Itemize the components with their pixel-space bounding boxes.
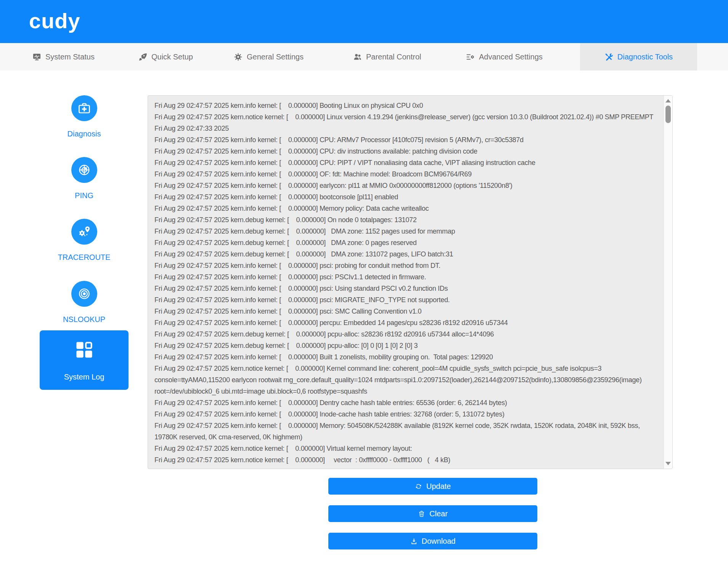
- log-line: Fri Aug 29 02:47:57 2025 kern.info kerne…: [154, 100, 660, 111]
- tab-label: System Status: [45, 53, 95, 61]
- system-status-icon: [32, 53, 41, 61]
- log-line: Fri Aug 29 02:47:57 2025 kern.info kerne…: [154, 294, 660, 306]
- refresh-icon: [415, 483, 422, 490]
- sidebar-item-label: NSLOOKUP: [63, 315, 105, 324]
- log-line: Fri Aug 29 02:47:57 2025 kern.debug kern…: [154, 328, 660, 340]
- log-line: Fri Aug 29 02:47:57 2025 kern.info kerne…: [154, 420, 660, 443]
- log-line: Fri Aug 29 02:47:57 2025 kern.debug kern…: [154, 340, 660, 351]
- log-line: Fri Aug 29 02:47:57 2025 kern.info kerne…: [154, 134, 660, 146]
- log-scrollbar[interactable]: [664, 96, 672, 469]
- main-nav: System Status Quick Setup General Settin…: [0, 43, 728, 70]
- sidebar-item-nslookup[interactable]: NSLOOKUP: [40, 281, 129, 324]
- nslookup-circle: [71, 281, 97, 307]
- log-line: Fri Aug 29 02:47:57 2025 kern.notice ker…: [154, 443, 660, 454]
- log-line: Fri Aug 29 02:47:57 2025 kern.debug kern…: [154, 214, 660, 226]
- log-content[interactable]: Fri Aug 29 02:47:57 2025 kern.info kerne…: [148, 96, 664, 469]
- first-aid-icon: [77, 101, 91, 115]
- log-line: Fri Aug 29 02:47:57 2025 kern.info kerne…: [154, 191, 660, 203]
- button-label: Update: [426, 482, 451, 491]
- log-line: Fri Aug 29 02:47:57 2025 kern.notice ker…: [154, 454, 660, 466]
- log-line: Fri Aug 29 02:47:57 2025 kern.debug kern…: [154, 237, 660, 248]
- ping-circle: [71, 157, 97, 183]
- scroll-down-arrow-icon[interactable]: [665, 462, 671, 465]
- log-line: Fri Aug 29 02:47:57 2025 kern.info kerne…: [154, 260, 660, 271]
- log-line: Fri Aug 29 02:47:57 2025 kern.notice ker…: [154, 363, 660, 397]
- tab-advanced-settings[interactable]: Advanced Settings: [466, 43, 543, 70]
- diagnosis-circle: [71, 95, 97, 121]
- rocket-icon: [138, 53, 147, 61]
- log-line: Fri Aug 29 02:47:57 2025 kern.debug kern…: [154, 226, 660, 237]
- sidebar-item-label: TRACEROUTE: [58, 253, 111, 262]
- cudy-logo: cudy: [29, 8, 80, 33]
- traceroute-circle: [71, 219, 97, 245]
- log-line: Fri Aug 29 02:47:57 2025 kern.info kerne…: [154, 180, 660, 191]
- log-line: Fri Aug 29 02:47:57 2025 kern.info kerne…: [154, 306, 660, 317]
- log-line: Fri Aug 29 02:47:57 2025 kern.info kerne…: [154, 408, 660, 420]
- log-line: Fri Aug 29 02:47:57 2025 kern.info kerne…: [154, 203, 660, 214]
- tab-diagnostic-tools[interactable]: Diagnostic Tools: [580, 43, 697, 70]
- gear-icon: [234, 53, 243, 61]
- log-line: Fri Aug 29 02:47:57 2025 kern.info kerne…: [154, 271, 660, 283]
- log-line: Fri Aug 29 02:47:57 2025 kern.info kerne…: [154, 317, 660, 328]
- update-button[interactable]: Update: [328, 478, 537, 495]
- radar-icon: [77, 163, 91, 177]
- tab-label: Diagnostic Tools: [617, 53, 673, 61]
- log-line: Fri Aug 29 02:47:57 2025 kern.info kerne…: [154, 157, 660, 168]
- scroll-up-arrow-icon[interactable]: [665, 99, 671, 103]
- grid-icon: [74, 339, 95, 360]
- log-line: Fri Aug 29 02:47:57 2025 kern.debug kern…: [154, 248, 660, 260]
- download-button[interactable]: Download: [328, 533, 537, 549]
- download-icon: [410, 538, 418, 545]
- tab-label: Quick Setup: [151, 53, 193, 61]
- log-line: Fri Aug 29 02:47:57 2025 kern.info kerne…: [154, 146, 660, 157]
- wrench-screwdriver-icon: [604, 53, 613, 61]
- tab-parental-control[interactable]: Parental Control: [353, 43, 421, 70]
- concentric-eye-icon: [77, 287, 91, 301]
- tab-label: Advanced Settings: [479, 53, 543, 61]
- tab-label: Parental Control: [366, 53, 421, 61]
- tab-label: General Settings: [247, 53, 304, 61]
- log-line: Fri Aug 29 02:47:57 2025 kern.info kerne…: [154, 351, 660, 363]
- button-label: Clear: [429, 509, 448, 518]
- app-header: cudy: [0, 0, 728, 43]
- button-label: Download: [422, 537, 456, 546]
- tab-quick-setup[interactable]: Quick Setup: [138, 43, 193, 70]
- sidebar-item-ping[interactable]: PING: [40, 157, 129, 200]
- tab-system-status[interactable]: System Status: [32, 43, 95, 70]
- sidebar-item-traceroute[interactable]: TRACEROUTE: [40, 219, 129, 262]
- sidebar-item-label: PING: [75, 191, 93, 200]
- log-line: Fri Aug 29 02:47:57 2025 kern.notice ker…: [154, 111, 660, 134]
- tab-general-settings[interactable]: General Settings: [234, 43, 304, 70]
- log-line: Fri Aug 29 02:47:57 2025 kern.info kerne…: [154, 397, 660, 408]
- log-line: Fri Aug 29 02:47:57 2025 kern.info kerne…: [154, 168, 660, 180]
- users-icon: [353, 53, 362, 61]
- system-log-panel: Fri Aug 29 02:47:57 2025 kern.info kerne…: [148, 95, 673, 469]
- scrollbar-thumb[interactable]: [665, 106, 671, 123]
- sliders-gear-icon: [466, 53, 475, 61]
- sidebar-item-system-log-active[interactable]: System Log: [40, 330, 129, 390]
- clear-button[interactable]: Clear: [328, 505, 537, 522]
- sidebar-item-label: Diagnosis: [67, 130, 101, 138]
- system-log-tile-label: System Log: [64, 373, 104, 381]
- sidebar-item-diagnosis[interactable]: Diagnosis: [40, 95, 129, 138]
- route-pin-gear-icon: [77, 225, 91, 239]
- log-line: Fri Aug 29 02:47:57 2025 kern.info kerne…: [154, 283, 660, 294]
- trash-icon: [418, 510, 425, 517]
